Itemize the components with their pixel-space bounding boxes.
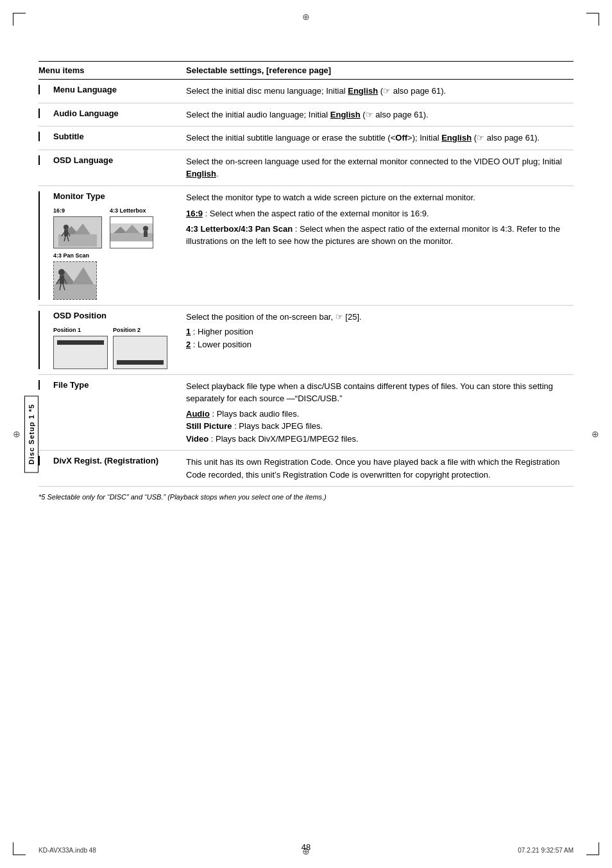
- svg-rect-4: [64, 230, 68, 236]
- svg-point-12: [143, 226, 148, 231]
- divx-regist-setting: This unit has its own Registration Code.…: [180, 451, 574, 487]
- svg-rect-13: [144, 231, 148, 237]
- footnote: *5 Selectable only for “DISC” and “USB.”…: [38, 493, 574, 501]
- menu-language-label: Menu Language: [53, 85, 117, 94]
- osd-position1-box: [53, 336, 108, 369]
- svg-marker-15: [55, 271, 76, 284]
- osd-position2-box: [113, 336, 167, 369]
- letterbox-label: 4:3 Letterbox: [110, 207, 146, 214]
- monitor-type-intro: Select the monitor type to watch a wide …: [186, 191, 574, 204]
- table-row: OSD Language Select the on-screen langua…: [38, 150, 574, 186]
- menu-item-label: OSD Language: [38, 150, 180, 186]
- subtitle-setting: Select the initial subtitle language or …: [180, 126, 574, 150]
- monitor-option-169: 16:9 : Select when the aspect ratio of t…: [186, 207, 574, 220]
- divx-regist-label: DivX Regist. (Registration): [53, 456, 158, 465]
- monitor-panscan: [53, 261, 97, 300]
- table-row: Monitor Type 16:9: [38, 186, 574, 305]
- monitor-type-setting: Select the monitor type to watch a wide …: [180, 186, 574, 305]
- svg-marker-10: [114, 227, 127, 233]
- svg-marker-16: [72, 267, 94, 284]
- letterbox-figure-svg: [110, 223, 153, 241]
- osd-illustrations: Position 1 Position 2: [53, 327, 167, 369]
- menu-item-label: Audio Language: [38, 103, 180, 126]
- table-row: Menu Language Select the initial disc me…: [38, 80, 574, 103]
- audio-language-label: Audio Language: [53, 108, 119, 118]
- osd-position-label: OSD Position: [53, 311, 167, 320]
- svg-point-17: [58, 269, 65, 275]
- panscan-figure-svg: [54, 262, 97, 300]
- corner-mark-br: [586, 842, 599, 855]
- wide-figure-svg: [58, 218, 97, 247]
- bottom-file-info: KD-AVX33A.indb 48: [38, 847, 96, 854]
- center-mark-top: ⊕: [301, 12, 311, 22]
- menu-item-label: Subtitle: [38, 126, 180, 150]
- pos2-label: Position 2: [113, 327, 140, 333]
- osd-language-label: OSD Language: [53, 155, 113, 165]
- menu-language-setting: Select the initial disc menu language; I…: [180, 80, 574, 103]
- table-row: Audio Language Select the initial audio …: [38, 103, 574, 126]
- file-type-setting: Select playback file type when a disc/US…: [180, 374, 574, 451]
- pos1-label: Position 1: [53, 327, 81, 333]
- menu-item-label: OSD Position Position 1: [38, 305, 180, 374]
- menu-language-text: Select the initial disc menu language; I…: [186, 86, 348, 96]
- table-row: File Type Select playback file type when…: [38, 374, 574, 451]
- svg-point-3: [64, 225, 69, 230]
- osd-position-setting: Select the position of the on-screen bar…: [180, 305, 574, 374]
- panscan-label: 4:3 Pan Scan: [53, 252, 89, 259]
- page-number: 48: [302, 842, 310, 852]
- osd-bar-pos2: [117, 360, 164, 365]
- monitor-illustrations: 16:9: [53, 207, 153, 300]
- monitor-wide: [53, 216, 102, 248]
- table-row: DivX Regist. (Registration) This unit ha…: [38, 451, 574, 487]
- header-col1: Menu items: [38, 62, 180, 80]
- menu-item-label: Monitor Type 16:9: [38, 186, 180, 305]
- menu-language-initial: English: [348, 86, 378, 96]
- svg-rect-18: [60, 275, 64, 284]
- center-mark-right: ⊕: [590, 429, 600, 439]
- disc-setup-label: Disc Setup 1 *5: [24, 395, 38, 473]
- osd-language-setting: Select the on-screen language used for t…: [180, 150, 574, 186]
- monitor-letterbox: [110, 216, 153, 248]
- monitor-type-label: Monitor Type: [53, 191, 153, 201]
- file-type-label: File Type: [53, 380, 89, 390]
- wide-label: 16:9: [53, 207, 65, 214]
- divx-regist-text: This unit has its own Registration Code.…: [186, 457, 559, 480]
- menu-language-suffix: (☞ also page 61).: [378, 86, 446, 96]
- center-mark-left: ⊕: [12, 429, 22, 439]
- main-table: Menu items Selectable settings, [referen…: [38, 61, 574, 487]
- audio-language-setting: Select the initial audio language; Initi…: [180, 103, 574, 126]
- disc-setup-sidebar: Disc Setup 1 *5: [24, 128, 38, 740]
- menu-item-label: File Type: [38, 374, 180, 451]
- bottom-date-info: 07.2.21 9:32:57 AM: [518, 847, 574, 854]
- table-row: Subtitle Select the initial subtitle lan…: [38, 126, 574, 150]
- table-header: Menu items Selectable settings, [referen…: [38, 62, 574, 80]
- corner-mark-tr: [586, 13, 599, 26]
- corner-mark-bl: [13, 842, 26, 855]
- page-content: Menu items Selectable settings, [referen…: [38, 61, 574, 829]
- menu-item-label: DivX Regist. (Registration): [38, 451, 180, 487]
- osd-bar-pos1: [57, 340, 104, 345]
- subtitle-label: Subtitle: [53, 132, 84, 141]
- svg-marker-11: [124, 225, 140, 233]
- table-row: OSD Position Position 1: [38, 305, 574, 374]
- header-col2: Selectable settings, [reference page]: [180, 62, 574, 80]
- svg-marker-2: [74, 223, 90, 234]
- monitor-option-43: 4:3 Letterbox/4:3 Pan Scan : Select when…: [186, 223, 574, 248]
- menu-item-label: Menu Language: [38, 80, 180, 103]
- corner-mark-tl: [13, 13, 26, 26]
